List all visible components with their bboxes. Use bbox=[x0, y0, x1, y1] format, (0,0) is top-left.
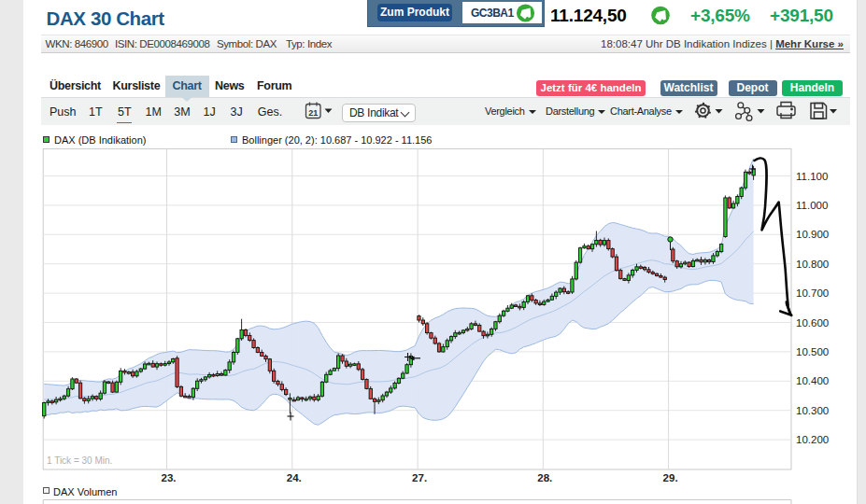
svg-text:28.: 28. bbox=[537, 472, 552, 483]
svg-text:10.200: 10.200 bbox=[796, 434, 829, 445]
svg-text:10.700: 10.700 bbox=[796, 287, 829, 299]
svg-text:10.300: 10.300 bbox=[796, 405, 829, 416]
svg-text:11.000: 11.000 bbox=[796, 200, 828, 211]
svg-text:1 Tick = 30 Min.: 1 Tick = 30 Min. bbox=[47, 455, 112, 466]
svg-text:10.800: 10.800 bbox=[796, 259, 829, 270]
svg-text:11.100: 11.100 bbox=[796, 171, 828, 182]
svg-text:10.600: 10.600 bbox=[796, 317, 829, 329]
svg-text:10.400: 10.400 bbox=[796, 375, 829, 386]
svg-text:10.500: 10.500 bbox=[796, 346, 829, 357]
svg-text:21: 21 bbox=[308, 108, 318, 118]
svg-text:10.900: 10.900 bbox=[796, 229, 829, 240]
svg-text:27.: 27. bbox=[412, 472, 427, 483]
svg-text:29.: 29. bbox=[663, 472, 678, 483]
svg-text:23.: 23. bbox=[162, 472, 177, 483]
svg-text:24.: 24. bbox=[287, 472, 302, 483]
